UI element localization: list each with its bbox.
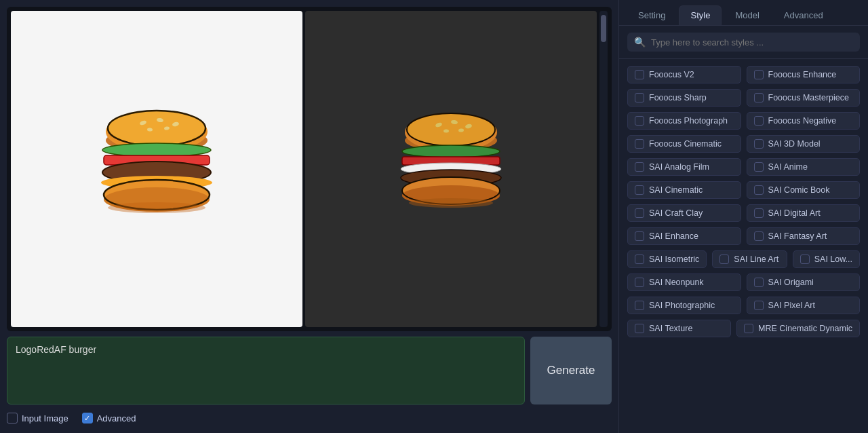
style-checkbox-sai-digital-art[interactable] bbox=[754, 208, 764, 218]
style-label-sai-3d-model: SAI 3D Model bbox=[768, 139, 821, 149]
style-checkbox-sai-analog-film[interactable] bbox=[635, 162, 644, 172]
style-label-fooocus-masterpiece: Fooocus Masterpiece bbox=[768, 93, 850, 102]
style-label-fooocus-photograph: Fooocus Photograph bbox=[649, 116, 728, 126]
style-checkbox-fooocus-enhance[interactable] bbox=[754, 70, 764, 79]
style-checkbox-sai-line-art[interactable] bbox=[719, 255, 729, 264]
style-label-sai-photographic: SAI Photographic bbox=[649, 301, 715, 310]
style-checkbox-sai-photographic[interactable] bbox=[635, 301, 644, 310]
style-label-sai-cinematic: SAI Cinematic bbox=[649, 185, 703, 195]
style-checkbox-sai-anime[interactable] bbox=[754, 162, 764, 172]
style-sai-texture[interactable]: SAI Texture bbox=[627, 320, 731, 337]
style-label-sai-digital-art: SAI Digital Art bbox=[768, 208, 821, 218]
style-label-fooocus-v2: Fooocus V2 bbox=[649, 70, 694, 79]
style-checkbox-fooocus-negative[interactable] bbox=[754, 116, 764, 126]
style-sai-comic-book[interactable]: SAI Comic Book bbox=[747, 181, 861, 199]
tab-setting[interactable]: Setting bbox=[627, 5, 676, 25]
style-sai-enhance[interactable]: SAI Enhance bbox=[627, 227, 741, 245]
search-bar: 🔍 bbox=[619, 26, 868, 59]
style-checkbox-sai-low[interactable] bbox=[800, 255, 810, 264]
style-row-3: Fooocus Cinematic SAI 3D Model bbox=[627, 135, 860, 153]
style-fooocus-enhance[interactable]: Fooocus Enhance bbox=[747, 66, 861, 83]
style-fooocus-v2[interactable]: Fooocus V2 bbox=[627, 66, 741, 83]
style-label-fooocus-sharp: Fooocus Sharp bbox=[649, 93, 707, 102]
style-sai-low[interactable]: SAI Low... bbox=[793, 250, 860, 268]
search-input[interactable] bbox=[651, 37, 853, 48]
advanced-checkbox-item[interactable]: Advanced bbox=[82, 413, 136, 423]
style-checkbox-sai-neonpunk[interactable] bbox=[635, 278, 644, 287]
style-row-11: SAI Texture MRE Cinematic Dynamic bbox=[627, 320, 860, 337]
style-checkbox-sai-comic-book[interactable] bbox=[754, 185, 764, 195]
style-row-9: SAI Neonpunk SAI Origami bbox=[627, 274, 860, 291]
style-sai-line-art[interactable]: SAI Line Art bbox=[712, 250, 787, 268]
style-label-sai-origami: SAI Origami bbox=[768, 278, 814, 287]
style-checkbox-sai-3d-model[interactable] bbox=[754, 139, 764, 149]
style-sai-cinematic[interactable]: SAI Cinematic bbox=[627, 181, 741, 199]
style-label-sai-line-art: SAI Line Art bbox=[734, 255, 778, 264]
style-checkbox-fooocus-masterpiece[interactable] bbox=[754, 93, 764, 102]
image-panel-right bbox=[305, 11, 597, 327]
style-fooocus-photograph[interactable]: Fooocus Photograph bbox=[627, 112, 741, 130]
style-row-6: SAI Craft Clay SAI Digital Art bbox=[627, 204, 860, 222]
style-row-10: SAI Photographic SAI Pixel Art bbox=[627, 297, 860, 314]
style-label-sai-analog-film: SAI Analog Film bbox=[649, 162, 709, 172]
prompt-container: LogoRedAF burger bbox=[7, 337, 525, 404]
style-row-0: Fooocus V2 Fooocus Enhance bbox=[627, 66, 860, 83]
image-panel-left bbox=[11, 11, 302, 327]
input-image-checkbox-item[interactable]: Input Image bbox=[7, 413, 68, 423]
generate-button[interactable]: Generate bbox=[530, 337, 612, 404]
style-checkbox-sai-enhance[interactable] bbox=[635, 231, 644, 241]
style-checkbox-sai-cinematic[interactable] bbox=[635, 185, 644, 195]
svg-point-26 bbox=[443, 130, 449, 133]
style-row-8: SAI Isometric SAI Line Art SAI Low... bbox=[627, 250, 860, 268]
style-sai-3d-model[interactable]: SAI 3D Model bbox=[747, 135, 861, 153]
style-checkbox-sai-fantasy-art[interactable] bbox=[754, 231, 764, 241]
style-checkbox-mre-cinematic-dynamic[interactable] bbox=[744, 324, 753, 333]
style-label-sai-texture: SAI Texture bbox=[649, 324, 692, 333]
style-label-sai-low: SAI Low... bbox=[814, 255, 852, 264]
tab-model[interactable]: Model bbox=[724, 5, 770, 25]
style-checkbox-fooocus-sharp[interactable] bbox=[635, 93, 644, 102]
style-row-4: SAI Analog Film SAI Anime bbox=[627, 158, 860, 176]
scrollbar[interactable] bbox=[599, 11, 608, 327]
advanced-checkbox[interactable] bbox=[82, 413, 93, 423]
style-row-5: SAI Cinematic SAI Comic Book bbox=[627, 181, 860, 199]
style-checkbox-fooocus-photograph[interactable] bbox=[635, 116, 644, 126]
prompt-text: LogoRedAF burger bbox=[16, 344, 96, 355]
scrollbar-thumb[interactable] bbox=[601, 15, 606, 42]
style-sai-fantasy-art[interactable]: SAI Fantasy Art bbox=[747, 227, 861, 245]
style-sai-anime[interactable]: SAI Anime bbox=[747, 158, 861, 176]
tab-style[interactable]: Style bbox=[679, 5, 722, 25]
style-fooocus-sharp[interactable]: Fooocus Sharp bbox=[627, 89, 741, 107]
style-label-sai-neonpunk: SAI Neonpunk bbox=[649, 278, 704, 287]
style-mre-cinematic-dynamic[interactable]: MRE Cinematic Dynamic bbox=[736, 320, 860, 337]
style-sai-digital-art[interactable]: SAI Digital Art bbox=[747, 204, 861, 222]
style-label-fooocus-enhance: Fooocus Enhance bbox=[768, 70, 837, 79]
burger-image-right bbox=[383, 101, 519, 237]
style-sai-pixel-art[interactable]: SAI Pixel Art bbox=[747, 297, 861, 314]
svg-point-19 bbox=[108, 202, 205, 213]
style-sai-isometric[interactable]: SAI Isometric bbox=[627, 250, 707, 268]
style-checkbox-sai-texture[interactable] bbox=[635, 324, 644, 333]
bottom-controls: LogoRedAF burger Generate bbox=[7, 337, 612, 404]
style-checkbox-sai-pixel-art[interactable] bbox=[754, 301, 764, 310]
style-sai-photographic[interactable]: SAI Photographic bbox=[627, 297, 741, 314]
style-sai-neonpunk[interactable]: SAI Neonpunk bbox=[627, 274, 741, 291]
style-label-sai-enhance: SAI Enhance bbox=[649, 231, 698, 241]
style-sai-craft-clay[interactable]: SAI Craft Clay bbox=[627, 204, 741, 222]
style-fooocus-cinematic[interactable]: Fooocus Cinematic bbox=[627, 135, 741, 153]
style-checkbox-sai-origami[interactable] bbox=[754, 278, 764, 287]
style-checkbox-fooocus-cinematic[interactable] bbox=[635, 139, 644, 149]
tabs-bar: Setting Style Model Advanced bbox=[619, 0, 868, 26]
style-fooocus-masterpiece[interactable]: Fooocus Masterpiece bbox=[747, 89, 861, 107]
tab-advanced[interactable]: Advanced bbox=[773, 5, 834, 25]
style-fooocus-negative[interactable]: Fooocus Negative bbox=[747, 112, 861, 130]
style-label-sai-comic-book: SAI Comic Book bbox=[768, 185, 830, 195]
style-checkbox-sai-craft-clay[interactable] bbox=[635, 208, 644, 218]
style-checkbox-sai-isometric[interactable] bbox=[635, 255, 644, 264]
style-sai-analog-film[interactable]: SAI Analog Film bbox=[627, 158, 741, 176]
search-icon: 🔍 bbox=[634, 37, 646, 48]
image-panels bbox=[7, 7, 612, 331]
input-image-checkbox[interactable] bbox=[7, 413, 18, 423]
style-sai-origami[interactable]: SAI Origami bbox=[747, 274, 861, 291]
style-checkbox-fooocus-v2[interactable] bbox=[635, 70, 644, 79]
